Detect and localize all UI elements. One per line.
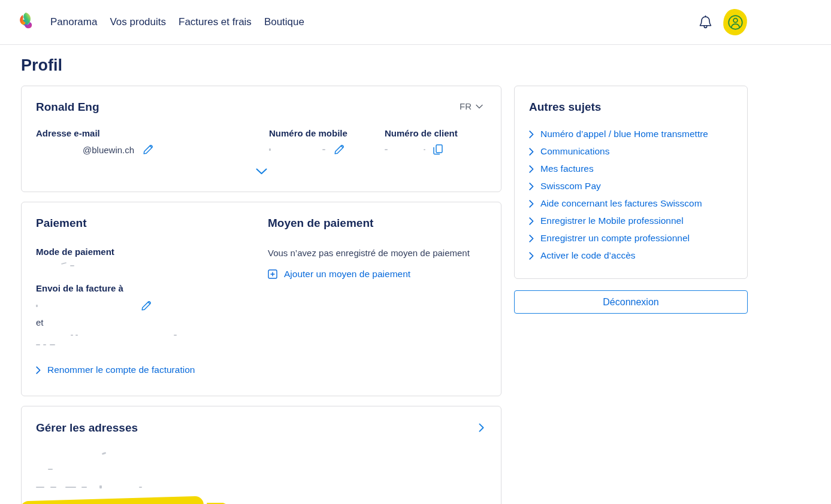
- main-content: Profil Ronald Eng FR Adresse e-mail: [0, 56, 831, 504]
- profile-account-button[interactable]: [723, 9, 747, 35]
- language-value: FR: [460, 101, 472, 111]
- redacted-invoice-recipient: [36, 299, 268, 312]
- email-field: Adresse e-mail @bluewin.ch: [36, 128, 269, 156]
- topic-link-communications[interactable]: Communications: [529, 147, 733, 156]
- add-method-label: Ajouter un moyen de paiement: [284, 269, 410, 280]
- rename-billing-account-link[interactable]: Renommer le compte de facturation: [36, 365, 268, 375]
- and-label: et: [36, 317, 268, 327]
- header-actions: [696, 9, 813, 35]
- edit-invoice-recipient-pencil-icon[interactable]: [138, 298, 154, 314]
- payment-title: Paiement: [36, 217, 268, 230]
- page-title: Profil: [21, 56, 831, 75]
- payment-method-title: Moyen de paiement: [268, 217, 486, 230]
- topic-link-swisscom-pay[interactable]: Swisscom Pay: [529, 181, 733, 191]
- yellow-marker-cap-right: [181, 500, 238, 504]
- topic-link-mobile-professionnel[interactable]: Enregistrer le Mobile professionnel: [529, 216, 733, 226]
- edit-mobile-pencil-icon[interactable]: [331, 142, 347, 157]
- chevron-right-icon: [529, 217, 534, 225]
- swisscom-logo: [17, 11, 36, 34]
- logout-button[interactable]: Déconnexion: [514, 290, 748, 314]
- nav-item-boutique[interactable]: Boutique: [264, 14, 304, 31]
- chevron-right-icon: [529, 148, 534, 156]
- chevron-right-icon: [529, 252, 534, 260]
- yellow-marker-stroke-top: [20, 496, 204, 504]
- mobile-field: Numéro de mobile: [269, 128, 385, 156]
- topic-label: Mes factures: [540, 164, 594, 174]
- topic-label: Activer le code d’accès: [540, 251, 636, 260]
- profile-icon: [727, 14, 744, 31]
- redacted-address: [36, 448, 486, 492]
- redacted-client-value: [385, 149, 388, 150]
- topic-link-mes-factures[interactable]: Mes factures: [529, 164, 733, 174]
- yellow-marker-cap-left: [14, 502, 50, 504]
- topic-label: Enregistrer un compte professionnel: [540, 233, 690, 243]
- chevron-right-icon: [36, 366, 41, 374]
- chevron-right-icon: [529, 235, 534, 242]
- redacted-mark: [424, 149, 425, 150]
- topic-label: Aide concernant les factures Swisscom: [540, 199, 702, 208]
- chevron-right-icon: [529, 183, 534, 190]
- redacted-second-recipient-line2: [36, 338, 268, 351]
- invoice-to-label: Envoi de la facture à: [36, 283, 268, 293]
- plus-square-icon: [268, 269, 277, 279]
- language-selector[interactable]: FR: [456, 101, 486, 112]
- topic-link-aide-factures[interactable]: Aide concernant les factures Swisscom: [529, 199, 733, 208]
- other-topics-card: Autres sujets Numéro d’appel / blue Home…: [514, 86, 748, 279]
- copy-client-number-icon[interactable]: [430, 141, 446, 158]
- other-topics-title: Autres sujets: [529, 101, 733, 114]
- chevron-right-icon: [529, 130, 534, 138]
- notifications-bell-icon[interactable]: [696, 13, 715, 32]
- topic-label: Communications: [540, 147, 609, 156]
- mobile-label: Numéro de mobile: [269, 128, 385, 138]
- email-value: @bluewin.ch: [83, 145, 134, 155]
- rename-link-label: Renommer le compte de facturation: [47, 365, 195, 375]
- main-nav: Panorama Vos produits Factures et frais …: [50, 14, 304, 31]
- nav-item-factures-et-frais[interactable]: Factures et frais: [179, 14, 252, 31]
- top-navbar: Panorama Vos produits Factures et frais …: [0, 0, 831, 45]
- topic-label: Numéro d’appel / blue Home transmettre: [540, 129, 708, 139]
- addresses-title: Gérer les adresses: [36, 421, 138, 435]
- chevron-right-icon: [529, 200, 534, 208]
- redacted-mobile-value: [269, 148, 271, 151]
- topic-link-code-acces[interactable]: Activer le code d’accès: [529, 251, 733, 260]
- topic-label: Enregistrer le Mobile professionnel: [540, 216, 684, 226]
- addresses-card: Gérer les adresses: [21, 406, 501, 504]
- topic-link-compte-professionnel[interactable]: Enregistrer un compte professionnel: [529, 233, 733, 243]
- topic-label: Swisscom Pay: [540, 181, 601, 191]
- topics-list: Numéro d’appel / blue Home transmettre C…: [529, 129, 733, 260]
- payment-mode-label: Mode de paiement: [36, 247, 268, 257]
- profile-card: Ronald Eng FR Adresse e-mail @bluewin.ch: [21, 86, 501, 192]
- redacted-payment-mode: [36, 257, 268, 270]
- edit-email-pencil-icon[interactable]: [140, 142, 156, 157]
- addresses-chevron-right[interactable]: [476, 421, 486, 435]
- payment-method-empty-text: Vous n’avez pas enregistré de moyen de p…: [268, 248, 486, 258]
- chevron-down-icon: [476, 104, 483, 109]
- profile-name: Ronald Eng: [36, 101, 99, 114]
- nav-item-vos-produits[interactable]: Vos produits: [110, 14, 166, 31]
- redacted-mark: [322, 149, 325, 150]
- topic-link-numero-appel[interactable]: Numéro d’appel / blue Home transmettre: [529, 129, 733, 139]
- client-number-label: Numéro de client: [385, 128, 486, 138]
- chevron-right-icon: [529, 165, 534, 173]
- payment-card: Paiement Mode de paiement Envoi de la fa…: [21, 202, 501, 396]
- client-number-field: Numéro de client: [385, 128, 486, 156]
- expand-profile-chevron-down[interactable]: [253, 166, 270, 177]
- nav-item-panorama[interactable]: Panorama: [50, 14, 97, 31]
- email-label: Adresse e-mail: [36, 128, 269, 138]
- add-payment-method-link[interactable]: Ajouter un moyen de paiement: [268, 269, 486, 280]
